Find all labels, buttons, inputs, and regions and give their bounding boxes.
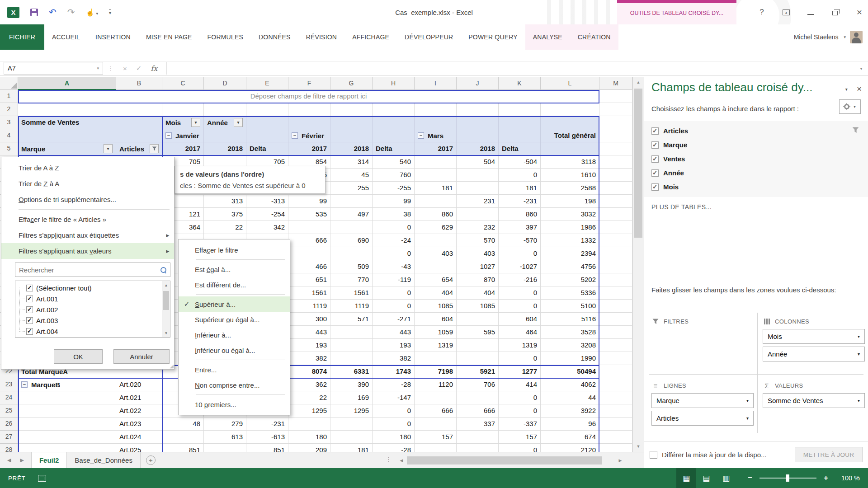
menu-item[interactable]: Supérieur ou égal à... <box>179 312 290 327</box>
zoom-slider[interactable] <box>760 478 816 479</box>
grid-cell[interactable] <box>457 339 499 352</box>
field-row-année[interactable]: Année <box>651 166 868 180</box>
horizontal-scrollbar[interactable]: ◀ ▶ <box>396 455 626 465</box>
filter-list-item[interactable]: Art.004 <box>15 326 162 337</box>
grid-cell[interactable]: Delta <box>373 142 415 155</box>
save-icon[interactable] <box>30 9 38 16</box>
grid-cell[interactable]: 2017 <box>288 142 330 155</box>
grid-cell[interactable]: 760 <box>373 169 415 182</box>
grid-cell[interactable]: 22 <box>204 221 246 234</box>
grid-cell[interactable]: 181 <box>415 182 457 195</box>
grid-cell[interactable]: -43 <box>373 260 415 273</box>
month-group-header[interactable]: −Février <box>288 129 330 142</box>
grid-cell[interactable]: 50494 <box>541 365 599 378</box>
zone-field-marque[interactable]: Marque▾ <box>651 393 754 408</box>
row-header-25[interactable]: 25 <box>0 404 18 418</box>
grid-cell[interactable]: 570 <box>457 234 499 247</box>
grid-cell[interactable]: 0 <box>499 352 541 365</box>
field-checkbox[interactable] <box>651 169 659 177</box>
defer-update-checkbox[interactable] <box>650 451 657 459</box>
grid-cell[interactable]: 2018 <box>330 142 373 155</box>
grid-cell[interactable]: 860 <box>499 208 541 221</box>
grid-cell[interactable] <box>415 234 457 247</box>
grid-cell[interactable]: 6331 <box>330 365 373 378</box>
grid-cell[interactable] <box>415 195 457 208</box>
grid-cell[interactable]: Art.023 <box>116 418 162 431</box>
zoom-slider-thumb[interactable] <box>786 474 789 482</box>
grid-cell[interactable] <box>330 129 373 142</box>
grid-cell[interactable]: 96 <box>541 418 599 431</box>
grid-cell[interactable]: 3118 <box>541 155 599 169</box>
field-row-marque[interactable]: Marque <box>651 138 868 152</box>
grid-cell[interactable]: 0 <box>499 169 541 182</box>
row-header-5[interactable]: 5 <box>0 142 18 155</box>
grid-cell[interactable] <box>415 155 457 169</box>
grid-cell[interactable]: 232 <box>457 221 499 234</box>
grid-cell[interactable] <box>599 300 632 313</box>
tab-création[interactable]: CRÉATION <box>570 24 618 50</box>
scrollbar-thumb[interactable] <box>407 456 602 465</box>
tab-révision[interactable]: RÉVISION <box>298 24 345 50</box>
grid-cell[interactable]: 674 <box>541 431 599 444</box>
grid-cell[interactable]: 5921 <box>457 365 499 378</box>
grid-cell[interactable]: 666 <box>457 404 499 418</box>
grid-cell[interactable] <box>18 129 162 142</box>
insert-function-icon[interactable]: fx <box>151 64 157 73</box>
grid-cell[interactable]: 870 <box>457 273 499 286</box>
grid-cell[interactable]: 198 <box>541 195 599 208</box>
field-checkbox[interactable] <box>651 155 659 163</box>
grid-cell[interactable]: 504 <box>457 155 499 169</box>
grid-cell[interactable] <box>330 418 373 431</box>
grid-cell[interactable]: 860 <box>415 208 457 221</box>
grid-cell[interactable] <box>457 208 499 221</box>
grid-cell[interactable] <box>457 169 499 182</box>
menu-item[interactable]: Options de tri supplémentaires... <box>1 192 174 207</box>
grid-cell[interactable]: 1743 <box>373 365 415 378</box>
grid-cell[interactable] <box>373 129 415 142</box>
tab-accueil[interactable]: ACCUEIL <box>44 24 88 50</box>
grid-cell[interactable]: 414 <box>499 378 541 391</box>
grid-cell[interactable]: 0 <box>373 404 415 418</box>
grid-cell[interactable]: 0 <box>499 391 541 404</box>
grid-cell[interactable]: 443 <box>373 326 415 339</box>
column-header-K[interactable]: K <box>499 77 541 90</box>
more-tables-link[interactable]: PLUS DE TABLES... <box>651 203 712 211</box>
grid-cell[interactable] <box>415 103 457 116</box>
menu-item[interactable]: Filtres s'appliquant aux valeurs▶ <box>1 243 174 259</box>
grid-cell[interactable]: 279 <box>204 418 246 431</box>
grid-cell[interactable]: 1085 <box>415 300 457 313</box>
field-row-mois[interactable]: Mois <box>651 180 868 194</box>
grid-cell[interactable]: -231 <box>499 195 541 208</box>
grid-cell[interactable]: 2394 <box>541 247 599 260</box>
grid-cell[interactable] <box>599 378 632 391</box>
grid-cell[interactable]: 0 <box>499 286 541 300</box>
excel-logo-icon[interactable]: X <box>7 7 19 18</box>
pivot-values-caption[interactable]: Somme de Ventes <box>18 116 162 129</box>
menu-item[interactable]: Inférieur à... <box>179 327 290 343</box>
grid-cell[interactable] <box>288 116 330 129</box>
filter-dropdown-icon[interactable] <box>150 144 159 153</box>
chevron-down-icon[interactable]: ▾ <box>97 66 99 70</box>
grid-cell[interactable]: 169 <box>330 391 373 404</box>
grid-cell[interactable]: -1027 <box>499 260 541 273</box>
grid-cell[interactable] <box>246 116 288 129</box>
grid-cell[interactable] <box>599 444 632 452</box>
grid-cell[interactable]: 3032 <box>541 208 599 221</box>
grid-cell[interactable]: 193 <box>288 339 330 352</box>
grid-cell[interactable] <box>288 103 330 116</box>
grid-cell[interactable]: 157 <box>415 431 457 444</box>
grid-cell[interactable] <box>599 90 632 103</box>
grid-cell[interactable]: 382 <box>373 352 415 365</box>
annee-field-header[interactable]: Année▾ <box>204 116 246 129</box>
collapse-icon[interactable]: − <box>165 132 172 139</box>
grid-cell[interactable] <box>599 103 632 116</box>
grid-cell[interactable]: 0 <box>499 404 541 418</box>
grid-cell[interactable]: 1085 <box>457 300 499 313</box>
scroll-down-icon[interactable]: ▼ <box>633 441 644 452</box>
redo-icon[interactable]: ↷ <box>67 8 75 17</box>
column-header-L[interactable]: L <box>541 77 599 90</box>
grid-cell[interactable] <box>330 326 373 339</box>
grid-cell[interactable]: 99 <box>288 195 330 208</box>
row-label-cell[interactable] <box>18 418 116 431</box>
grid-cell[interactable] <box>599 339 632 352</box>
